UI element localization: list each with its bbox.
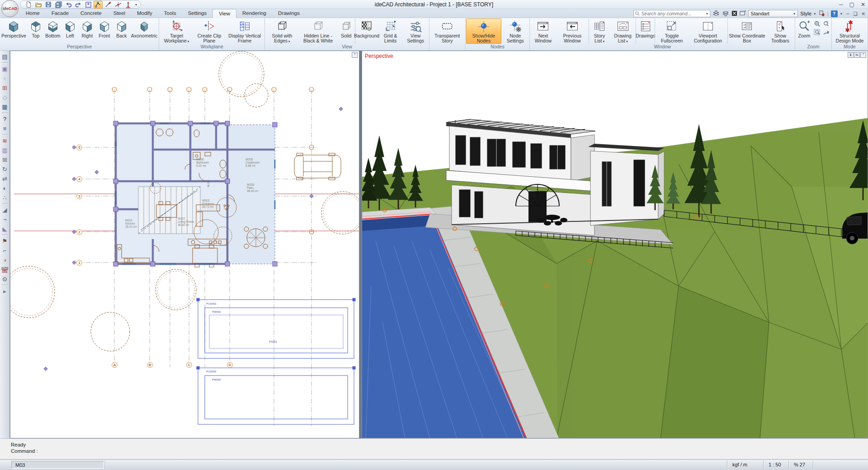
viewport-expand-button[interactable]: ⌃	[860, 52, 866, 58]
auto-label-icon[interactable]: AUTOABC	[0, 265, 9, 274]
statusbar-zoom[interactable]: % 27	[790, 461, 813, 469]
zoom-window-button[interactable]	[813, 28, 822, 37]
undo-button[interactable]	[64, 1, 73, 9]
help-dropdown-arrow[interactable]: ▼	[840, 12, 843, 15]
perspective-drawing[interactable]	[362, 51, 868, 438]
save-button[interactable]	[44, 1, 53, 9]
perspective-viewport[interactable]: Perspective ⊻N⌃	[362, 51, 868, 438]
object-info-icon[interactable]: ?	[0, 114, 9, 124]
toggle-fullscreen-button[interactable]: Toggle Fullscreen	[655, 19, 689, 44]
save-all-button[interactable]	[54, 1, 63, 9]
transparent-story-button[interactable]: Transparent Story	[430, 19, 465, 44]
copy-objects-icon[interactable]: ▥	[0, 146, 9, 155]
format-painter-icon[interactable]	[819, 10, 825, 17]
child-restore-button[interactable]: ❑	[854, 11, 858, 16]
display-vertical-frame-button[interactable]: Display Vertical Frame	[225, 19, 264, 44]
next-window-button[interactable]: Next Window	[530, 19, 556, 44]
insert-node-button[interactable]	[113, 1, 123, 9]
tab-home[interactable]: Home	[20, 9, 46, 18]
statusbar-scale[interactable]: 1 : 50	[765, 461, 788, 469]
rotate-tool-icon[interactable]: ↻	[0, 164, 9, 174]
divide-tool-icon[interactable]: ¬	[0, 215, 9, 224]
viewport-configuration-button[interactable]: Viewport Configuration	[689, 19, 727, 44]
edit-nodes-button[interactable]	[94, 1, 103, 9]
drawings-button[interactable]: Drawings	[636, 19, 655, 44]
style-combo[interactable]: Style▼	[800, 11, 816, 16]
edit-node-tool-icon[interactable]: ⊞	[0, 83, 9, 93]
show-hide-nodes-button[interactable]: Show/Hide Nodes	[466, 19, 502, 44]
target-workplane-button[interactable]: Target Workplane ▾	[160, 19, 193, 44]
drawing-list-button[interactable]: Drawing List ▾	[610, 19, 636, 44]
tab-facade[interactable]: Facade	[46, 9, 75, 18]
standard-toolbar-combo[interactable]: Standart▼	[748, 10, 798, 17]
right-button[interactable]: Right	[79, 19, 96, 44]
tab-steel[interactable]: Steel	[108, 9, 131, 18]
front-button[interactable]: Front	[96, 19, 113, 44]
measure-tool-icon[interactable]: ⚑	[0, 236, 9, 246]
paint-properties-icon[interactable]: ◑	[0, 255, 9, 265]
open-file-button[interactable]	[34, 1, 43, 9]
maximize-button[interactable]: ▢	[849, 0, 854, 9]
move-node-button[interactable]	[104, 1, 113, 9]
hidden-line-black-white-button[interactable]: Hidden Line - Black & White	[299, 19, 338, 44]
left-button[interactable]: Left	[61, 19, 79, 44]
redo-button[interactable]	[74, 1, 83, 9]
close-button[interactable]: ✕	[861, 0, 865, 9]
background-button[interactable]: Background	[355, 19, 378, 44]
view-settings-button[interactable]: View Settings	[403, 19, 429, 44]
new-file-button[interactable]	[24, 1, 33, 9]
bottom-button[interactable]: Bottom	[44, 19, 61, 44]
send-backward-icon[interactable]	[722, 10, 729, 17]
back-button[interactable]: Back	[113, 19, 130, 44]
select-window-icon[interactable]: ▫	[0, 74, 9, 83]
floor-plan-drawing[interactable]	[10, 51, 359, 438]
zoom-preview-button[interactable]: Q	[822, 19, 831, 28]
section-tool-icon[interactable]: ≋	[0, 136, 9, 146]
tab-concrete[interactable]: Concrete	[75, 9, 108, 18]
viewport-normal-button[interactable]: N	[854, 52, 860, 58]
create-clip-plane-button[interactable]: Create Clip Plane	[193, 19, 225, 44]
search-input[interactable]	[641, 11, 704, 16]
offset-tool-icon[interactable]: ◐	[0, 183, 9, 193]
toolbar-options-arrow[interactable]: ▾	[135, 3, 137, 7]
zoom-button[interactable]: Zoom	[796, 19, 813, 44]
corner-select-icon[interactable]: ⌐	[0, 246, 9, 255]
statusbar-unit[interactable]: kgf / m	[729, 461, 763, 469]
top-button[interactable]: Top	[27, 19, 44, 44]
bring-forward-icon[interactable]	[712, 10, 720, 17]
find-tool-icon[interactable]: ⊙	[0, 274, 9, 284]
zoom-sketch-button[interactable]	[822, 28, 831, 37]
command-area[interactable]: Ready Command :	[0, 438, 868, 459]
story-list-button[interactable]: Story List ▾	[589, 19, 610, 44]
float-window-icon[interactable]	[740, 10, 746, 17]
minimize-button[interactable]: ─	[839, 0, 843, 9]
toolbar-expand-icon[interactable]: ▸	[0, 287, 9, 296]
zoom-extents-button[interactable]	[813, 19, 822, 28]
grid-limits-button[interactable]: Grid & Limits	[378, 19, 402, 44]
collapse-pane-button[interactable]: ⌃	[352, 52, 358, 58]
statusbar-command-field[interactable]: M03	[11, 461, 104, 469]
child-minimize-button[interactable]: ─	[846, 11, 849, 16]
report-list-icon[interactable]: ≡	[0, 124, 9, 133]
structural-design-mode-button[interactable]: Structural Design Mode	[832, 19, 867, 44]
level-dimension-button[interactable]	[123, 1, 132, 9]
chamfer-tool-icon[interactable]: ◣	[0, 224, 9, 234]
viewport-split-button[interactable]: ⊻	[848, 52, 854, 58]
tab-settings[interactable]: Settings	[182, 9, 213, 18]
paste-objects-icon[interactable]: ⊠	[0, 155, 9, 164]
search-dropdown-arrow[interactable]: ▼	[705, 12, 708, 15]
previous-window-button[interactable]: Previous Window	[556, 19, 589, 44]
axonometric-button[interactable]: Axonometric	[130, 19, 158, 44]
app-logo[interactable]: ideCAD	[1, 0, 19, 17]
node-settings-button[interactable]: Node Settings	[501, 19, 529, 44]
tab-tools[interactable]: Tools	[158, 9, 182, 18]
trim-tool-icon[interactable]: ◢	[0, 205, 9, 215]
revert-button[interactable]	[84, 1, 93, 9]
help-button[interactable]: ?	[831, 10, 838, 17]
command-prompt[interactable]: Command :	[11, 448, 868, 454]
tab-drawings[interactable]: Drawings	[272, 9, 306, 18]
tab-modify[interactable]: Modify	[131, 9, 158, 18]
perspective-button[interactable]: Perspective	[0, 19, 27, 44]
select-similar-icon[interactable]: ◇	[0, 93, 9, 102]
show-toolbars-button[interactable]: OTShow Toolbars	[766, 19, 794, 44]
